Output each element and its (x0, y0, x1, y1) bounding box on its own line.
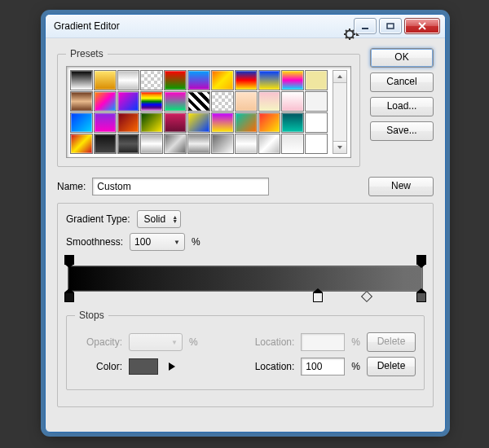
preset-swatch[interactable] (305, 70, 328, 90)
save-button[interactable]: Save... (370, 121, 434, 141)
opacity-location-label: Location: (255, 336, 295, 348)
preset-swatch[interactable] (235, 112, 258, 133)
preset-swatch[interactable] (70, 91, 93, 112)
preset-swatch[interactable] (187, 91, 210, 112)
opacity-delete-button: Delete (367, 332, 416, 352)
preset-swatch[interactable] (70, 70, 93, 90)
maximize-button[interactable] (379, 18, 402, 34)
preset-swatch[interactable] (70, 112, 93, 133)
preset-swatch[interactable] (187, 70, 210, 90)
svg-rect-1 (387, 24, 394, 29)
scroll-up-button[interactable] (333, 71, 346, 83)
preset-swatch[interactable] (164, 112, 187, 133)
preset-swatch[interactable] (235, 134, 258, 154)
color-label: Color: (75, 361, 122, 372)
preset-swatch[interactable] (305, 134, 328, 154)
preset-swatch[interactable] (117, 91, 140, 112)
color-location-unit: % (351, 361, 360, 372)
presets-fieldset: Presets (57, 48, 360, 167)
smoothness-unit: % (192, 236, 200, 248)
preset-swatch[interactable] (94, 134, 117, 154)
ok-button[interactable]: OK (370, 48, 434, 68)
opacity-location-unit: % (351, 336, 360, 348)
preset-swatch[interactable] (258, 134, 281, 154)
titlebar[interactable]: Gradient Editor (46, 15, 445, 38)
preset-swatch[interactable] (281, 112, 304, 133)
color-stop-1[interactable] (64, 292, 74, 302)
preset-swatch[interactable] (211, 134, 234, 154)
opacity-stop-left[interactable] (64, 255, 74, 265)
preset-swatch[interactable] (187, 134, 210, 154)
new-button[interactable]: New (368, 177, 434, 196)
preset-swatch[interactable] (235, 70, 258, 90)
preset-swatch[interactable] (117, 134, 140, 154)
preset-swatch[interactable] (94, 91, 117, 112)
presets-menu-button[interactable] (344, 29, 360, 42)
name-label: Name: (57, 181, 86, 192)
preset-swatch[interactable] (281, 134, 304, 154)
preset-swatch[interactable] (94, 112, 117, 133)
svg-rect-0 (362, 28, 368, 29)
gradient-editor-window: Gradient Editor Presets (45, 14, 446, 433)
color-location-label: Location: (255, 361, 295, 372)
preset-swatch[interactable] (258, 91, 281, 112)
preset-swatch[interactable] (305, 91, 328, 112)
close-button[interactable] (404, 18, 440, 34)
svg-line-9 (352, 30, 354, 32)
window-title: Gradient Editor (54, 20, 120, 32)
svg-line-8 (352, 37, 354, 38)
color-stop-3[interactable] (416, 292, 426, 302)
dropdown-arrow-icon: ▼ (170, 239, 184, 246)
preset-swatch[interactable] (94, 70, 117, 90)
scroll-down-button[interactable] (333, 141, 346, 153)
color-delete-button[interactable]: Delete (367, 357, 416, 376)
preset-swatch[interactable] (164, 70, 187, 90)
preset-swatch[interactable] (211, 112, 234, 133)
presets-grid (66, 66, 351, 158)
preset-swatch[interactable] (164, 134, 187, 154)
preset-swatch[interactable] (117, 70, 140, 90)
preset-swatch[interactable] (164, 91, 187, 112)
preset-swatch[interactable] (258, 70, 281, 90)
smoothness-value[interactable] (130, 234, 163, 250)
stops-fieldset: Stops Opacity: ▼ % Location: % Delete Co… (66, 310, 425, 390)
midpoint-marker[interactable] (361, 291, 372, 302)
preset-swatch[interactable] (187, 112, 210, 133)
gradient-bar[interactable] (68, 266, 423, 292)
preset-swatch[interactable] (281, 70, 304, 90)
scroll-track[interactable] (333, 83, 346, 141)
preset-swatch[interactable] (235, 91, 258, 112)
color-stop-2[interactable] (313, 292, 323, 302)
smoothness-input[interactable]: ▼ (130, 233, 185, 251)
gradient-settings-fieldset: Gradient Type: Solid ▲▼ Smoothness: ▼ % (57, 203, 434, 407)
opacity-input: ▼ (129, 333, 183, 351)
preset-swatch[interactable] (70, 134, 93, 154)
gradient-type-value: Solid (144, 213, 166, 225)
svg-line-10 (346, 37, 347, 38)
cancel-button[interactable]: Cancel (370, 72, 434, 92)
preset-swatch[interactable] (140, 112, 163, 133)
preset-swatch[interactable] (140, 70, 163, 90)
name-input[interactable] (92, 178, 269, 195)
opacity-label: Opacity: (75, 336, 122, 348)
preset-swatch[interactable] (211, 70, 234, 90)
preset-swatch[interactable] (140, 91, 163, 112)
preset-swatch[interactable] (305, 112, 328, 133)
load-button[interactable]: Load... (370, 97, 434, 116)
preset-swatch[interactable] (117, 112, 140, 133)
opacity-stop-right[interactable] (416, 255, 426, 265)
color-menu-arrow-icon[interactable] (169, 362, 175, 371)
preset-swatch[interactable] (211, 91, 234, 112)
presets-scrollbar[interactable] (333, 70, 347, 154)
preset-swatch[interactable] (258, 112, 281, 133)
gradient-preview[interactable] (68, 266, 423, 292)
color-swatch[interactable] (129, 358, 158, 375)
preset-swatch[interactable] (281, 91, 304, 112)
color-location-input[interactable] (301, 358, 345, 376)
opacity-location-input (301, 333, 345, 351)
gradient-type-label: Gradient Type: (66, 213, 130, 225)
gradient-type-select[interactable]: Solid ▲▼ (137, 210, 182, 228)
opacity-unit: % (189, 336, 198, 348)
stops-legend: Stops (75, 310, 108, 321)
preset-swatch[interactable] (140, 134, 163, 154)
